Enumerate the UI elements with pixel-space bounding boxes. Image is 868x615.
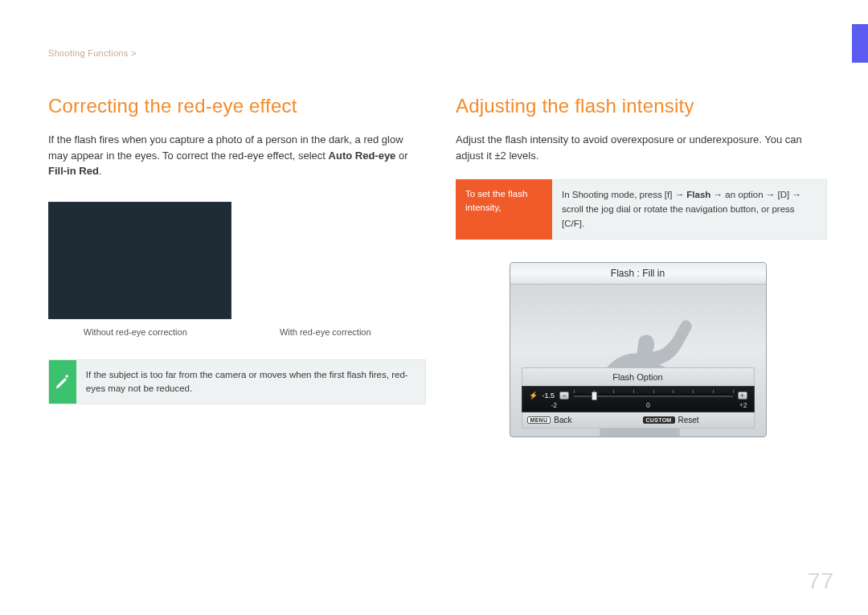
increase-button[interactable]: +	[738, 392, 747, 400]
manual-page: Shooting Functions > Correcting the red-…	[0, 0, 868, 615]
reset-label: Reset	[678, 416, 699, 424]
decrease-button[interactable]: −	[559, 392, 569, 400]
figure-captions: Without red-eye correction With red-eye …	[48, 327, 412, 337]
right-column: Adjusting the flash intensity Adjust the…	[456, 95, 820, 437]
lcd-bottom-bar: MENU Back CUSTOM Reset	[522, 412, 755, 428]
note-box: If the subject is too far from the camer…	[48, 359, 426, 405]
scale-min: -2	[551, 401, 558, 409]
two-column-layout: Correcting the red-eye effect If the fla…	[48, 95, 820, 437]
text-span: In Shooting mode, press [f] →	[562, 190, 686, 199]
slider-track[interactable]	[574, 394, 732, 397]
heading-flash-intensity: Adjusting the flash intensity	[456, 95, 820, 117]
back-label: Back	[554, 416, 571, 424]
option-panel-title: Flash Option	[522, 367, 755, 386]
example-images	[48, 202, 412, 319]
lcd-title: Flash : Fill in	[510, 263, 766, 285]
section-tab[interactable]	[852, 24, 868, 63]
intensity-slider-row: ⚡ -1.5 −	[522, 386, 755, 412]
flash-icon: ⚡	[529, 392, 538, 400]
instruction-box: To set the flash intensity, In Shooting …	[456, 179, 827, 240]
breadcrumb: Shooting Functions >	[48, 48, 820, 58]
note-text: If the subject is too far from the camer…	[76, 360, 425, 404]
red-eye-description: If the flash fires when you capture a ph…	[48, 132, 412, 179]
caption-without: Without red-eye correction	[48, 327, 223, 337]
flash-option-panel: Flash Option ⚡ -1.5 −	[522, 367, 755, 428]
scale-max: +2	[739, 401, 747, 409]
slider-value: -1.5	[542, 392, 555, 400]
heading-red-eye: Correcting the red-eye effect	[48, 95, 412, 117]
option-fill-in-red: Fill-in Red	[48, 165, 99, 177]
page-number: 77	[808, 568, 834, 594]
menu-badge: MENU	[527, 416, 551, 424]
camera-lcd-mockup: Flash : Fill in Flash Option ⚡ -1.5 −	[510, 262, 767, 437]
text-span: .	[99, 165, 102, 177]
slider-thumb[interactable]	[592, 392, 597, 400]
text-span: or	[399, 150, 408, 162]
caption-with: With red-eye correction	[239, 327, 413, 337]
reset-control[interactable]: CUSTOM Reset	[638, 412, 754, 428]
instruction-body: In Shooting mode, press [f] → Flash → an…	[552, 179, 827, 240]
left-column: Correcting the red-eye effect If the fla…	[48, 95, 412, 437]
flash-intensity-description: Adjust the flash intensity to avoid over…	[456, 132, 820, 163]
option-auto-red-eye: Auto Red-eye	[329, 150, 396, 162]
pencil-icon	[49, 360, 76, 404]
instruction-label: To set the flash intensity,	[456, 179, 552, 240]
example-image-without-correction	[48, 202, 231, 319]
custom-badge: CUSTOM	[643, 416, 675, 424]
back-control[interactable]: MENU Back	[522, 412, 638, 428]
flash-bold: Flash	[686, 190, 710, 199]
